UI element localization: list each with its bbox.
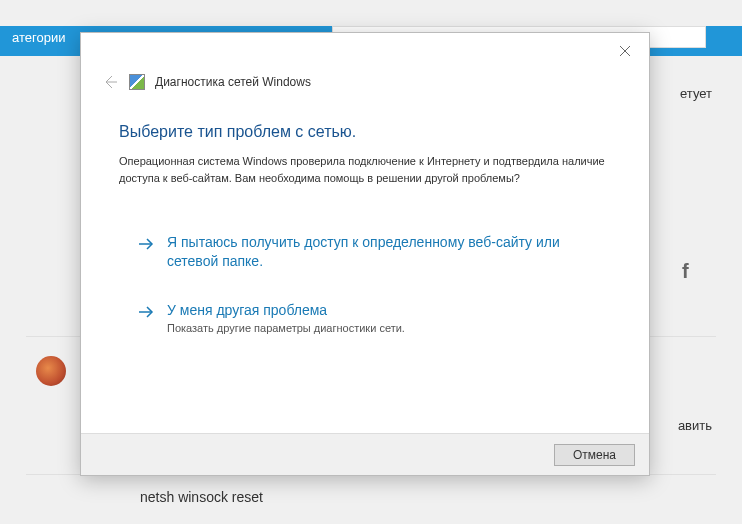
bg-code-text: netsh winsock reset (140, 489, 263, 505)
back-arrow-icon (101, 73, 119, 91)
bg-partial-text-1: етует (680, 86, 712, 101)
option-other-problem[interactable]: У меня другая проблема Показать другие п… (137, 301, 611, 334)
option-title: У меня другая проблема (167, 301, 611, 320)
dialog-options-list: Я пытаюсь получить доступ к определенном… (137, 233, 611, 364)
dialog-heading: Выберите тип проблем с сетью. (119, 123, 356, 141)
close-icon (619, 45, 631, 57)
bg-partial-text-2: авить (678, 418, 712, 433)
dialog-header: Диагностика сетей Windows (101, 73, 311, 91)
back-button[interactable] (101, 73, 119, 91)
close-button[interactable] (619, 43, 635, 59)
dialog-description: Операционная система Windows проверила п… (119, 153, 611, 186)
bg-menu-categories[interactable]: атегории (12, 30, 65, 45)
option-title: Я пытаюсь получить доступ к определенном… (167, 233, 611, 271)
option-subtitle: Показать другие параметры диагностики се… (167, 322, 611, 334)
troubleshooter-dialog: Диагностика сетей Windows Выберите тип п… (80, 32, 650, 476)
dialog-footer: Отмена (81, 433, 649, 475)
arrow-right-icon (137, 303, 155, 321)
dialog-title: Диагностика сетей Windows (155, 75, 311, 89)
cancel-button[interactable]: Отмена (554, 444, 635, 466)
option-specific-site[interactable]: Я пытаюсь получить доступ к определенном… (137, 233, 611, 271)
avatar[interactable] (36, 356, 66, 386)
arrow-right-icon (137, 235, 155, 253)
network-diagnostics-icon (129, 74, 145, 90)
facebook-icon[interactable]: f (682, 260, 702, 280)
